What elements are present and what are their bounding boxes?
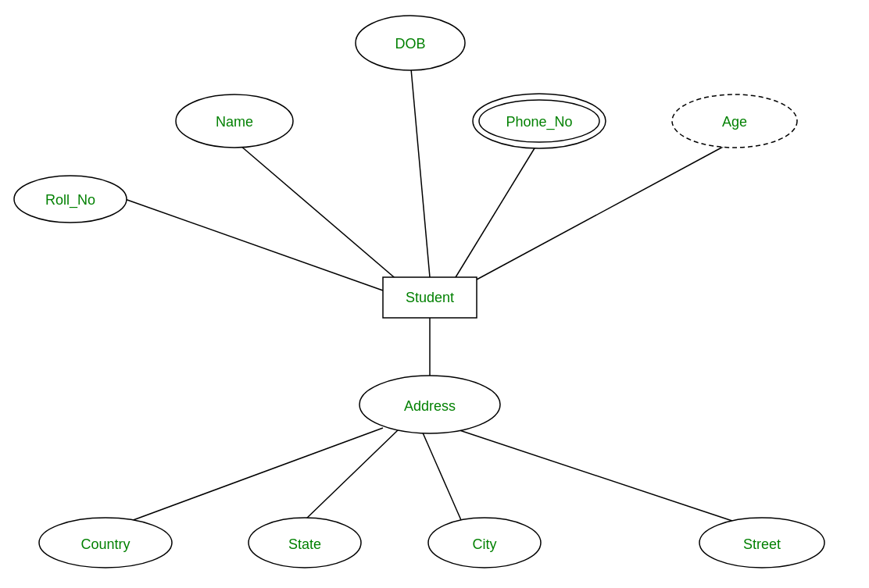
line-student-name (234, 141, 399, 281)
phone-label: Phone_No (506, 114, 572, 130)
student-label: Student (406, 290, 454, 305)
line-student-age (477, 141, 735, 280)
line-address-street (445, 426, 735, 522)
line-address-city (422, 431, 461, 520)
country-label: Country (80, 536, 130, 552)
city-label: City (473, 536, 497, 552)
state-label: State (288, 536, 321, 552)
line-student-phone (453, 141, 539, 281)
line-student-dob (410, 60, 430, 277)
address-label: Address (404, 398, 456, 414)
line-student-rollno (125, 199, 383, 290)
age-label: Age (722, 114, 747, 130)
name-label: Name (216, 114, 253, 130)
dob-label: DOB (395, 36, 425, 52)
street-label: Street (743, 536, 781, 552)
rollno-label: Roll_No (45, 192, 95, 208)
line-address-country (129, 428, 383, 522)
line-address-state (305, 429, 399, 520)
